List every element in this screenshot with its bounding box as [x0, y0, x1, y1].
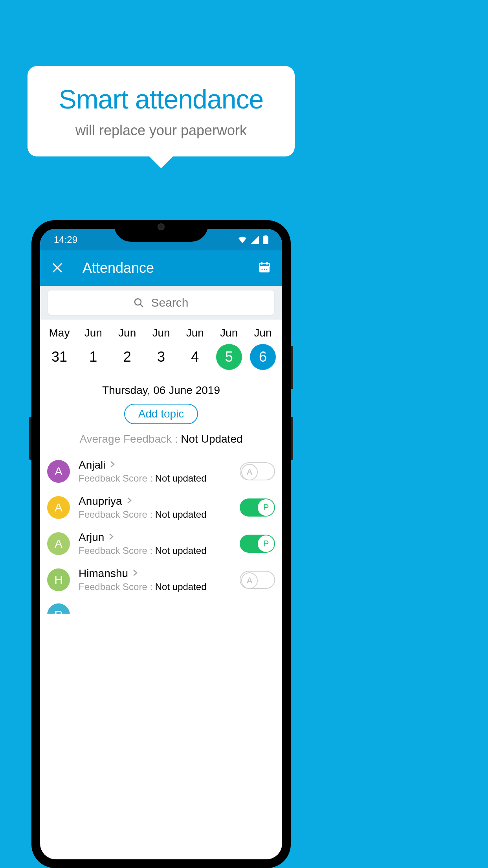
phone-button	[29, 417, 31, 460]
phone-notch	[114, 220, 208, 242]
avatar: A	[47, 460, 70, 483]
date-col[interactable]: Jun2	[111, 327, 143, 370]
search-input[interactable]: Search	[48, 291, 274, 315]
phone-frame: 14:29 Attendance Search May31Jun	[31, 220, 291, 868]
svg-rect-5	[266, 262, 268, 265]
attendance-toggle[interactable]: A	[240, 462, 275, 480]
student-info[interactable]: ArjunFeedback Score : Not updated	[79, 531, 231, 556]
student-name-row: Himanshu	[79, 567, 231, 580]
feedback-value: Not updated	[155, 509, 207, 520]
student-name: Arjun	[79, 531, 104, 544]
selected-date-label: Thursday, 06 June 2019	[40, 377, 282, 401]
svg-rect-3	[259, 263, 270, 267]
feedback-line: Feedback Score : Not updated	[79, 509, 231, 520]
calendar-icon[interactable]	[259, 261, 270, 275]
date-day: 2	[114, 344, 140, 370]
chevron-right-icon	[109, 532, 114, 542]
svg-point-7	[264, 269, 265, 270]
feedback-line: Feedback Score : Not updated	[79, 473, 231, 484]
feedback-label: Feedback Score :	[79, 509, 155, 520]
toggle-knob: A	[241, 464, 258, 480]
feedback-value: Not updated	[155, 581, 207, 592]
promo-bubble: Smart attendance will replace your paper…	[28, 66, 295, 156]
wifi-icon	[238, 236, 247, 244]
date-month: Jun	[84, 327, 102, 339]
search-area: Search	[40, 286, 282, 320]
student-row: AArjunFeedback Score : Not updatedP	[40, 526, 282, 562]
add-topic-button[interactable]: Add topic	[124, 404, 198, 424]
student-name: Himanshu	[79, 567, 128, 580]
student-row: R	[40, 598, 282, 614]
date-col[interactable]: Jun6	[247, 327, 279, 370]
svg-line-10	[140, 304, 143, 307]
svg-point-9	[135, 299, 141, 305]
promo-title: Smart attendance	[59, 84, 264, 114]
feedback-line: Feedback Score : Not updated	[79, 581, 231, 592]
date-day: 1	[80, 344, 106, 370]
student-name: Anjali	[79, 459, 105, 471]
toggle-knob: P	[258, 499, 274, 516]
date-day: 31	[46, 344, 72, 370]
date-day: 5	[216, 344, 242, 370]
student-row: AAnupriyaFeedback Score : Not updatedP	[40, 489, 282, 526]
svg-rect-1	[264, 235, 267, 237]
student-info[interactable]: HimanshuFeedback Score : Not updated	[79, 567, 231, 592]
svg-point-6	[262, 269, 263, 270]
date-day: 6	[250, 344, 276, 370]
date-month: Jun	[254, 327, 272, 339]
feedback-value: Not updated	[155, 545, 207, 556]
student-name-row: Anjali	[79, 459, 231, 471]
chevron-right-icon	[127, 496, 132, 506]
phone-button	[291, 417, 293, 460]
date-month: Jun	[118, 327, 136, 339]
avatar: H	[47, 568, 70, 591]
camera-dot	[158, 223, 165, 230]
student-name-row: Anupriya	[79, 495, 231, 508]
date-strip: May31Jun1Jun2Jun3Jun4Jun5Jun6	[40, 320, 282, 377]
signal-icon	[251, 236, 259, 244]
average-feedback: Average Feedback : Not Updated	[40, 427, 282, 453]
date-col[interactable]: May31	[43, 327, 75, 370]
chevron-right-icon	[133, 568, 138, 579]
search-placeholder: Search	[151, 296, 188, 309]
status-time: 14:29	[54, 234, 77, 245]
battery-icon	[263, 235, 268, 244]
avatar: A	[47, 496, 70, 519]
student-info[interactable]: AnupriyaFeedback Score : Not updated	[79, 495, 231, 520]
feedback-label: Feedback Score :	[79, 581, 155, 592]
svg-rect-4	[261, 262, 262, 265]
avg-feedback-label: Average Feedback :	[79, 433, 181, 445]
promo-subtitle: will replace your paperwork	[75, 122, 247, 139]
add-topic-row: Add topic	[40, 401, 282, 427]
app-header: Attendance	[40, 250, 282, 286]
feedback-label: Feedback Score :	[79, 545, 155, 556]
toggle-knob: P	[258, 535, 274, 552]
date-day: 4	[182, 344, 208, 370]
date-col[interactable]: Jun1	[77, 327, 109, 370]
student-name: Anupriya	[79, 495, 122, 508]
svg-rect-0	[263, 236, 268, 244]
date-col[interactable]: Jun4	[179, 327, 211, 370]
date-month: May	[49, 327, 70, 339]
attendance-toggle[interactable]: A	[240, 571, 275, 589]
date-month: Jun	[220, 327, 238, 339]
chevron-right-icon	[110, 460, 115, 470]
student-list: AAnjaliFeedback Score : Not updatedAAAnu…	[40, 453, 282, 614]
date-month: Jun	[152, 327, 170, 339]
svg-point-8	[266, 269, 268, 270]
feedback-line: Feedback Score : Not updated	[79, 545, 231, 556]
avg-feedback-value: Not Updated	[181, 433, 242, 445]
attendance-toggle[interactable]: P	[240, 535, 275, 553]
status-icons	[238, 235, 268, 244]
student-row: AAnjaliFeedback Score : Not updatedA	[40, 453, 282, 489]
attendance-toggle[interactable]: P	[240, 498, 275, 517]
date-month: Jun	[186, 327, 204, 339]
close-icon[interactable]	[52, 260, 63, 277]
student-info[interactable]: AnjaliFeedback Score : Not updated	[79, 459, 231, 484]
date-col[interactable]: Jun3	[145, 327, 177, 370]
phone-button	[291, 346, 293, 389]
avatar: A	[47, 532, 70, 555]
date-col[interactable]: Jun5	[213, 327, 245, 370]
feedback-label: Feedback Score :	[79, 473, 155, 484]
page-title: Attendance	[83, 260, 239, 276]
